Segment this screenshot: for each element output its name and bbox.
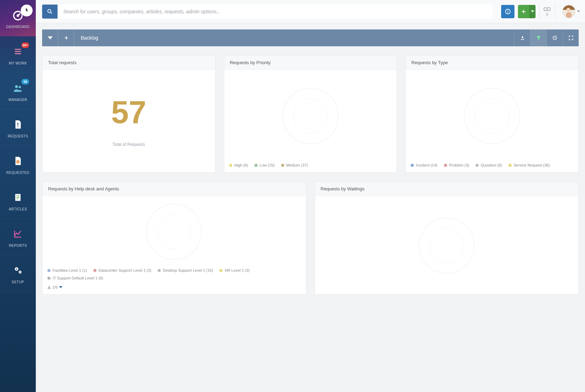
svg-point-19	[544, 7, 547, 11]
download-icon	[520, 35, 525, 41]
sidebar-label: SETUP	[12, 280, 24, 284]
add-dropdown-button[interactable]	[529, 5, 536, 18]
expand-icon	[568, 35, 574, 41]
legend-swatch	[476, 164, 479, 167]
legend-item: Low (15)	[254, 163, 275, 167]
caret-down-icon	[577, 10, 580, 13]
svg-point-12	[16, 269, 18, 270]
search-icon	[47, 8, 53, 15]
chevron-down-icon	[48, 35, 53, 40]
legend-item: Incident (14)	[411, 163, 437, 167]
search-input[interactable]	[58, 5, 493, 19]
legend-label: Datacenter Support Level 1 (3)	[99, 268, 151, 272]
legend-swatch	[508, 164, 512, 167]
legend-pager[interactable]: 1/6	[47, 285, 62, 289]
view-add-button[interactable]	[58, 29, 74, 46]
clock-button[interactable]	[546, 29, 563, 46]
card-title: Requests by Type	[406, 56, 578, 70]
add-button[interactable]	[518, 5, 529, 18]
svg-rect-9	[16, 197, 20, 198]
user-menu[interactable]	[559, 5, 580, 18]
sidebar-label: REPORTS	[9, 244, 27, 248]
svg-rect-17	[507, 11, 508, 13]
legend-type: Incident (14)Problem (3)Question (6)Serv…	[406, 161, 578, 172]
legend-item: Medium (37)	[281, 163, 308, 167]
badge: 38	[21, 79, 29, 85]
view-select-button[interactable]	[42, 29, 58, 46]
card-title: Requests by Waitings	[315, 182, 579, 196]
legend-label: HR Level 1 (3)	[225, 268, 250, 272]
legend-swatch	[158, 269, 161, 272]
legend-item: Problem (3)	[444, 163, 469, 167]
pointer-cursor-icon	[21, 5, 33, 16]
svg-point-14	[20, 272, 21, 273]
sidebar-item-requests[interactable]: REQUESTS	[0, 109, 36, 146]
legend-helpdesk: Facilities Level 1 (1)Datacenter Support…	[42, 266, 306, 285]
legend-label: Problem (3)	[449, 163, 469, 167]
legend-label: Question (6)	[481, 163, 502, 167]
legend-swatch	[411, 164, 414, 167]
search-button[interactable]	[42, 5, 58, 19]
list-icon: 99+	[10, 44, 26, 59]
pie-chart-placeholder	[464, 88, 520, 144]
card-requests-by-priority: Requests by Priority High (6)Low (15)Med…	[224, 55, 397, 173]
legend-swatch	[229, 164, 232, 167]
download-button[interactable]	[514, 29, 530, 46]
plus-icon	[64, 35, 69, 40]
legend-label: IT Support Default Level 1 (9)	[53, 276, 103, 280]
topbar: 0	[36, 0, 585, 23]
article-icon	[10, 190, 26, 205]
filter-button[interactable]	[530, 29, 546, 46]
sidebar-label: REQUESTED	[6, 171, 29, 175]
filter-icon	[536, 35, 541, 41]
sidebar: DASHBOARD 99+ MY WORK 38 MANAGER REQUEST…	[0, 0, 36, 392]
sidebar-item-reports[interactable]: REPORTS	[0, 219, 36, 255]
fullscreen-button[interactable]	[563, 29, 579, 46]
legend-label: Medium (37)	[286, 163, 308, 167]
content: Backlog Total requests 57 Total of Reque	[36, 23, 585, 392]
sidebar-item-manager[interactable]: 38 MANAGER	[0, 73, 36, 109]
legend-item: Facilities Level 1 (1)	[47, 268, 87, 272]
svg-point-1	[17, 15, 19, 16]
legend-item: HR Level 1 (3)	[219, 268, 250, 272]
gauge-icon	[10, 7, 26, 23]
legend-swatch	[47, 277, 51, 280]
sidebar-item-requested[interactable]: REQUESTED	[0, 146, 36, 182]
sidebar-item-articles[interactable]: ARTICLES	[0, 182, 36, 219]
caret-down-icon	[59, 285, 62, 289]
sidebar-label: MANAGER	[8, 98, 27, 102]
legend-item: Service Request (36)	[508, 163, 550, 167]
clock-icon	[552, 35, 558, 41]
badge: 99+	[21, 42, 29, 48]
sidebar-item-dashboard[interactable]: DASHBOARD	[0, 0, 36, 36]
gears-icon	[10, 263, 26, 278]
legend-swatch	[93, 269, 97, 272]
legend-item: High (6)	[229, 163, 248, 167]
legend-item: Datacenter Support Level 1 (3)	[93, 268, 151, 272]
svg-rect-4	[18, 123, 18, 125]
pie-chart-placeholder	[282, 88, 339, 144]
sidebar-label: MY WORK	[9, 61, 27, 65]
file-alert-icon	[10, 117, 26, 132]
sidebar-item-mywork[interactable]: 99+ MY WORK	[0, 36, 36, 73]
watch-button[interactable]: 0	[539, 4, 555, 20]
watch-count: 0	[546, 12, 548, 16]
pie-chart-placeholder	[146, 204, 202, 260]
legend-label: High (6)	[234, 163, 248, 167]
card-title: Requests by Help desk and Agents	[42, 182, 306, 196]
info-button[interactable]	[501, 5, 514, 18]
svg-point-15	[48, 9, 51, 13]
svg-rect-5	[18, 126, 18, 127]
total-value: 57	[111, 96, 146, 128]
plus-icon	[521, 9, 526, 14]
legend-swatch	[444, 164, 447, 167]
svg-point-2	[15, 85, 18, 88]
viewbar: Backlog	[42, 29, 579, 46]
sidebar-label: ARTICLES	[9, 207, 27, 211]
mask-icon	[543, 7, 551, 12]
file-clock-icon	[10, 153, 26, 169]
add-button-group	[518, 5, 536, 18]
card-requests-by-waitings: Requests by Waitings	[315, 182, 579, 295]
sidebar-item-setup[interactable]: SETUP	[0, 255, 36, 292]
users-icon: 38	[10, 80, 26, 96]
